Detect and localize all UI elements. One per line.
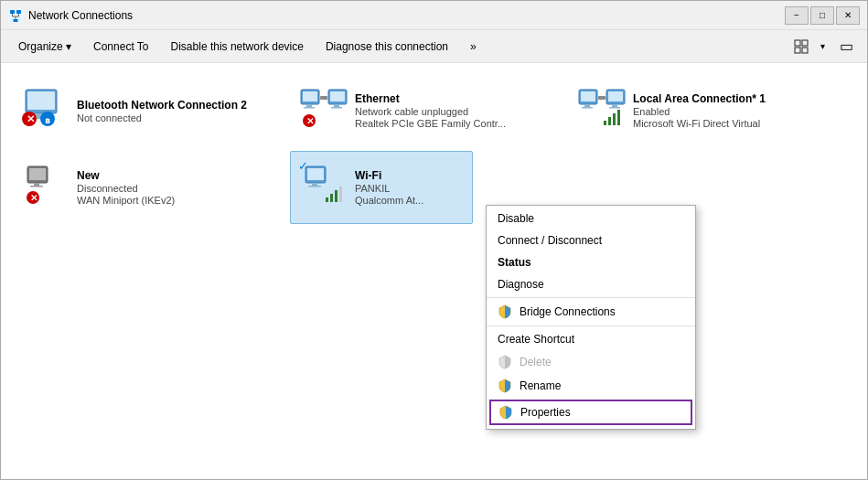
network-item-wifi[interactable]: ✓ Wi-Fi PANKIL Qualcomm At...	[290, 151, 473, 224]
more-button[interactable]: »	[460, 34, 487, 59]
ctx-diagnose[interactable]: Diagnose	[487, 273, 695, 295]
svg-text:ʙ: ʙ	[45, 115, 50, 125]
preview-pane-button[interactable]: ▭	[833, 34, 860, 59]
computer-ethernet-icon: ✕	[300, 88, 348, 128]
new-name: New	[77, 169, 175, 182]
local-icon-wrapper	[578, 88, 624, 133]
minimize-button[interactable]: −	[785, 6, 809, 25]
svg-rect-21	[303, 91, 317, 101]
ctx-properties[interactable]: Properties	[489, 400, 692, 425]
shield-colored-icon-bridge	[498, 304, 512, 319]
window-title: Network Connections	[28, 9, 785, 22]
ctx-disable-label: Disable	[498, 212, 534, 225]
svg-rect-13	[27, 91, 55, 110]
ctx-delete: Delete	[487, 350, 695, 374]
svg-rect-33	[584, 104, 590, 107]
svg-rect-32	[581, 91, 595, 101]
svg-rect-56	[335, 190, 338, 202]
svg-rect-55	[330, 194, 333, 202]
svg-rect-37	[608, 91, 623, 101]
view-toggle-button[interactable]	[790, 36, 812, 58]
svg-rect-51	[307, 168, 324, 180]
ctx-separator-2	[487, 325, 695, 326]
ethernet-icon-wrapper: ✕	[300, 88, 346, 133]
network-connections-window: Network Connections − □ ✕ Organize ▾ Con…	[0, 0, 868, 480]
computer-wifi-icon	[300, 165, 348, 205]
svg-text:✕: ✕	[27, 113, 35, 124]
ctx-bridge-label: Bridge Connections	[520, 305, 616, 318]
restore-button[interactable]: □	[810, 6, 834, 25]
ctx-bridge[interactable]: Bridge Connections	[487, 300, 695, 324]
shield-colored-icon-rename	[498, 379, 512, 393]
svg-rect-41	[608, 117, 611, 125]
svg-rect-1	[10, 10, 15, 14]
new-info: New Disconnected WAN Miniport (IKEv2)	[77, 169, 175, 206]
network-item-local[interactable]: Local Area Connection* 1 Enabled Microso…	[568, 74, 842, 147]
bluetooth-info: Bluetooth Network Connection 2 Not conne…	[77, 99, 247, 123]
svg-rect-35	[598, 96, 605, 100]
ctx-separator-1	[487, 297, 695, 298]
close-button[interactable]: ✕	[836, 6, 860, 25]
ctx-rename-label: Rename	[520, 379, 561, 392]
svg-rect-22	[306, 104, 312, 107]
window-icon	[8, 8, 23, 23]
svg-rect-2	[16, 10, 21, 14]
svg-rect-23	[304, 107, 315, 109]
ethernet-status: Network cable unplugged	[355, 106, 506, 117]
local-info: Local Area Connection* 1 Enabled Microso…	[633, 92, 766, 129]
svg-rect-43	[617, 110, 620, 125]
wifi-info: Wi-Fi PANKIL Qualcomm At...	[355, 169, 423, 206]
new-icon-wrapper: ✕	[22, 165, 68, 210]
diagnose-connection-button[interactable]: Diagnose this connection	[316, 34, 458, 59]
ctx-delete-label: Delete	[520, 356, 552, 368]
main-content: ✕ ʙ Bluetooth Network Connection 2 Not c…	[1, 63, 867, 479]
toolbar: Organize ▾ Connect To Disable this netwo…	[1, 30, 867, 63]
ctx-properties-label: Properties	[520, 406, 571, 419]
svg-rect-10	[795, 48, 800, 53]
ctx-connect-disconnect[interactable]: Connect / Disconnect	[487, 229, 695, 251]
window-controls: − □ ✕	[785, 6, 860, 25]
view-grid-icon	[794, 39, 809, 54]
ctx-disable[interactable]: Disable	[487, 208, 695, 229]
svg-rect-42	[613, 113, 616, 125]
title-bar: Network Connections − □ ✕	[1, 1, 867, 30]
wifi-name: Wi-Fi	[355, 169, 423, 182]
shield-colored-icon-properties	[498, 405, 513, 420]
organize-button[interactable]: Organize ▾	[8, 34, 81, 59]
svg-rect-11	[802, 48, 808, 53]
network-item-bluetooth[interactable]: ✕ ʙ Bluetooth Network Connection 2 Not c…	[12, 74, 286, 147]
svg-text:✕: ✕	[30, 193, 38, 203]
svg-rect-8	[795, 40, 800, 46]
view-dropdown-button[interactable]: ▾	[816, 34, 830, 59]
network-item-new[interactable]: ✕ New Disconnected WAN Miniport (IKEv2)	[12, 151, 286, 224]
local-name: Local Area Connection* 1	[633, 92, 766, 105]
bluetooth-name: Bluetooth Network Connection 2	[77, 99, 247, 112]
svg-text:✕: ✕	[306, 116, 314, 126]
svg-rect-27	[334, 104, 339, 107]
svg-rect-46	[34, 183, 39, 186]
connect-to-button[interactable]: Connect To	[83, 34, 159, 59]
disable-network-button[interactable]: Disable this network device	[161, 34, 314, 59]
svg-rect-38	[612, 104, 617, 107]
bluetooth-status: Not connected	[77, 112, 247, 123]
ctx-status[interactable]: Status	[487, 251, 695, 273]
svg-rect-34	[582, 107, 593, 109]
svg-rect-52	[312, 183, 317, 186]
svg-rect-54	[326, 197, 328, 202]
network-item-ethernet[interactable]: ✕ Ethernet Network cable unplugged Realt…	[290, 74, 564, 147]
svg-rect-57	[339, 187, 342, 202]
ctx-rename[interactable]: Rename	[487, 374, 695, 398]
svg-rect-26	[330, 91, 345, 101]
ctx-shortcut[interactable]: Create Shortcut	[487, 328, 695, 350]
bluetooth-icon-wrapper: ✕ ʙ	[22, 88, 68, 133]
computer-wan-icon: ✕	[22, 165, 70, 205]
toolbar-right: ▾ ▭	[790, 34, 860, 59]
ethernet-detail: Realtek PCIe GBE Family Contr...	[355, 118, 506, 129]
svg-rect-53	[308, 186, 321, 187]
svg-rect-45	[29, 168, 46, 180]
local-detail: Microsoft Wi-Fi Direct Virtual	[633, 118, 766, 129]
svg-rect-47	[30, 186, 43, 187]
new-detail: WAN Miniport (IKEv2)	[77, 195, 175, 206]
context-menu: Disable Connect / Disconnect Status Diag…	[486, 205, 696, 430]
ctx-shortcut-label: Create Shortcut	[498, 333, 574, 346]
